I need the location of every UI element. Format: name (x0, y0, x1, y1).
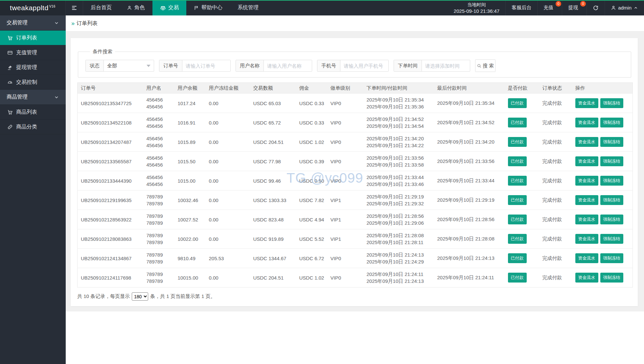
cell-actions: 资金流水强制冻结 (572, 210, 633, 229)
link-icon (7, 124, 13, 130)
withdraw-label: 提现 (568, 5, 578, 11)
nav-item-label: 帮助中心 (201, 4, 222, 11)
force-freeze-button[interactable]: 强制冻结 (600, 273, 623, 283)
card-icon (7, 50, 13, 56)
status-filter-group: 状态 全部 (85, 60, 154, 72)
chevron-down-icon (54, 20, 59, 26)
recharge-button[interactable]: 充值 0 (537, 0, 562, 15)
fund-flow-button[interactable]: 资金流水 (575, 176, 598, 186)
cell-commission: USDC 7.82 (296, 191, 327, 210)
cell-order-no: UB2509102134522108 (78, 113, 143, 132)
cell-level: VIP1 (327, 229, 363, 249)
cell-order-status: 完成付款 (539, 268, 572, 287)
nav-item-roles[interactable]: 角色 (119, 0, 152, 15)
fund-flow-button[interactable]: 资金流水 (575, 137, 598, 147)
paid-badge-button[interactable]: 已付款 (508, 195, 527, 205)
force-freeze-button[interactable]: 强制冻结 (600, 234, 623, 244)
sidebar-group-product-management[interactable]: 商品管理 (0, 90, 66, 105)
paid-badge-button[interactable]: 已付款 (508, 156, 527, 166)
fund-flow-button[interactable]: 资金流水 (575, 195, 598, 205)
recharge-badge: 0 (556, 1, 561, 7)
table-row: UB25091021241348677897897897899810.49205… (78, 249, 633, 268)
sidebar-item-order-list[interactable]: 订单列表 (0, 31, 66, 45)
cell-username-line1: 456456 (147, 135, 171, 142)
paid-badge-button[interactable]: 已付款 (508, 215, 527, 224)
sidebar-group-trade-management[interactable]: 交易管理 (0, 15, 66, 31)
paid-badge-button[interactable]: 已付款 (508, 176, 527, 186)
cell-order-status: 完成付款 (539, 152, 572, 171)
cell-username-line2: 789789 (147, 200, 171, 207)
table-header-row: 订单号用户名用户余额用户冻结金额交易数额佣金做单级别下单时间/付款时间最后付款时… (78, 83, 633, 94)
force-freeze-button[interactable]: 强制冻结 (600, 137, 623, 147)
order-no-label: 订单号 (159, 60, 182, 71)
order-time-input[interactable] (422, 60, 470, 71)
page-size-select[interactable]: 180 (132, 292, 148, 301)
cell-username-line1: 456456 (147, 116, 171, 123)
cell-order-pay-time-line2: 2025年09月10日 21:33:46 (367, 181, 431, 188)
search-button[interactable]: 搜 索 (475, 59, 495, 72)
sidebar-item-label: 商品分类 (16, 124, 37, 130)
gauge-icon (7, 80, 13, 85)
sidebar-item-product-category[interactable]: 商品分类 (0, 120, 66, 134)
fund-flow-button[interactable]: 资金流水 (575, 273, 598, 283)
top-accent-line (0, 0, 644, 1)
fund-flow-button[interactable]: 资金流水 (575, 253, 598, 263)
order-no-input[interactable] (182, 60, 230, 71)
force-freeze-button[interactable]: 强制冻结 (600, 156, 623, 166)
local-time: 当地时间 2025-09-10 21:36:47 (448, 0, 505, 15)
select-caret-icon (147, 65, 150, 67)
sidebar-item-withdraw-management[interactable]: 提现管理 (0, 60, 66, 75)
cell-order-status: 完成付款 (539, 249, 572, 268)
cell-username-line2: 456456 (147, 161, 171, 168)
cell-frozen-amount: 0.00 (206, 152, 250, 171)
cell-actions: 资金流水强制冻结 (572, 249, 633, 268)
sidebar-item-recharge-management[interactable]: 充值管理 (0, 45, 66, 60)
nav-item-system[interactable]: 系统管理 (230, 0, 266, 15)
cell-order-status: 完成付款 (539, 113, 572, 132)
fund-flow-button[interactable]: 资金流水 (575, 118, 598, 127)
cell-username-line2: 789789 (147, 278, 171, 284)
cell-commission: USDC 5.52 (296, 229, 327, 249)
cell-balance: 1015.00 (174, 171, 206, 191)
chevron-down-icon (54, 95, 59, 100)
username-input[interactable] (264, 60, 312, 71)
nav-item-dashboard[interactable]: 后台首页 (83, 0, 119, 15)
sidebar-item-product-list[interactable]: 商品列表 (0, 105, 66, 120)
nav-item-label: 系统管理 (238, 4, 259, 11)
fund-flow-button[interactable]: 资金流水 (575, 234, 598, 244)
sidebar-toggle-button[interactable] (66, 0, 83, 15)
cell-order-no: UB2509102128563922 (78, 210, 143, 229)
sidebar-item-trade-control[interactable]: 交易控制 (0, 75, 66, 90)
force-freeze-button[interactable]: 强制冻结 (600, 118, 623, 127)
force-freeze-button[interactable]: 强制冻结 (600, 98, 623, 108)
force-freeze-button[interactable]: 强制冻结 (600, 253, 623, 263)
service-backend-button[interactable]: 客服后台 (505, 0, 537, 15)
paid-badge-button[interactable]: 已付款 (508, 118, 527, 127)
logo-text: tweakappltd (10, 4, 49, 11)
recharge-label: 充值 (543, 5, 553, 11)
admin-menu[interactable]: admin (605, 0, 644, 15)
cell-trade-amount: USDC 99.46 (250, 171, 296, 191)
cell-balance: 9810.49 (174, 249, 206, 268)
paid-badge-button[interactable]: 已付款 (508, 137, 527, 147)
refresh-button[interactable] (586, 0, 605, 15)
fund-flow-button[interactable]: 资金流水 (575, 215, 598, 224)
withdraw-button[interactable]: 提现 0 (562, 0, 586, 15)
nav-item-trade[interactable]: 交易 (152, 0, 186, 15)
paid-badge-button[interactable]: 已付款 (508, 234, 527, 244)
paid-badge-button[interactable]: 已付款 (508, 98, 527, 108)
force-freeze-button[interactable]: 强制冻结 (600, 215, 623, 224)
cell-frozen-amount: 205.53 (206, 249, 250, 268)
phone-input[interactable] (340, 60, 388, 71)
force-freeze-button[interactable]: 强制冻结 (600, 176, 623, 186)
cell-order-pay-time: 2025年09月10日 21:28:082025年09月10日 21:28:11 (363, 229, 434, 249)
paid-badge-button[interactable]: 已付款 (508, 273, 527, 283)
fund-flow-button[interactable]: 资金流水 (575, 98, 598, 108)
force-freeze-button[interactable]: 强制冻结 (600, 195, 623, 205)
cell-commission: USDC 1.02 (296, 268, 327, 287)
fund-flow-button[interactable]: 资金流水 (575, 156, 598, 166)
paid-badge-button[interactable]: 已付款 (508, 253, 527, 263)
nav-item-help-center[interactable]: 帮助中心 (186, 0, 230, 15)
cell-order-pay-time-line1: 2025年09月10日 21:29:19 (367, 193, 431, 200)
status-select[interactable]: 全部 (104, 60, 154, 71)
